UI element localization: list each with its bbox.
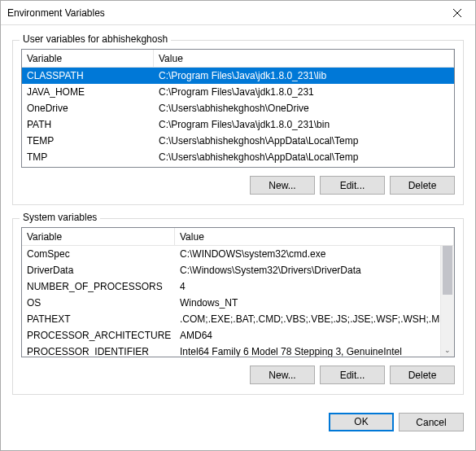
cell-variable: NUMBER_OF_PROCESSORS — [22, 281, 175, 292]
system-scrollbar[interactable]: ⌄ — [440, 246, 454, 357]
user-variables-table[interactable]: Variable Value CLASSPATH C:\Program File… — [21, 49, 455, 168]
system-table-rows: ComSpec C:\WINDOWS\system32\cmd.exe Driv… — [22, 246, 454, 357]
table-row[interactable]: ComSpec C:\WINDOWS\system32\cmd.exe — [22, 246, 440, 262]
cell-variable: JAVA_HOME — [22, 86, 154, 98]
table-row[interactable]: PATHEXT .COM;.EXE;.BAT;.CMD;.VBS;.VBE;.J… — [22, 311, 440, 327]
cell-variable: PROCESSOR_IDENTIFIER — [22, 346, 175, 357]
user-header-value[interactable]: Value — [154, 50, 454, 67]
cell-value: AMD64 — [175, 330, 440, 341]
user-header-variable[interactable]: Variable — [22, 50, 154, 67]
user-variables-group: User variables for abhishekghosh Variabl… — [12, 40, 464, 205]
user-table-header: Variable Value — [22, 50, 454, 68]
cell-value: C:\Users\abhishekghosh\AppData\Local\Tem… — [154, 151, 454, 163]
system-edit-button[interactable]: Edit... — [320, 366, 385, 384]
user-buttons-row: New... Edit... Delete — [21, 176, 455, 195]
cell-variable: ComSpec — [22, 248, 175, 260]
cell-value: C:\Program Files\Java\jdk1.8.0_231\bin — [154, 119, 454, 130]
scrollbar-thumb[interactable] — [443, 246, 452, 295]
system-variables-table[interactable]: Variable Value ComSpec C:\WINDOWS\system… — [21, 227, 455, 357]
table-row[interactable]: DriverData C:\Windows\System32\Drivers\D… — [22, 262, 440, 278]
cell-value: C:\Windows\System32\Drivers\DriverData — [175, 265, 440, 276]
table-row[interactable]: CLASSPATH C:\Program Files\Java\jdk1.8.0… — [22, 68, 454, 84]
close-button[interactable] — [439, 1, 475, 25]
table-row[interactable]: TEMP C:\Users\abhishekghosh\AppData\Loca… — [22, 133, 454, 149]
titlebar: Environment Variables — [1, 1, 475, 25]
cell-value: .COM;.EXE;.BAT;.CMD;.VBS;.VBE;.JS;.JSE;.… — [175, 313, 440, 325]
cancel-button[interactable]: Cancel — [399, 413, 464, 431]
cell-value: 4 — [175, 281, 440, 292]
table-row[interactable]: TMP C:\Users\abhishekghosh\AppData\Local… — [22, 149, 454, 165]
user-delete-button[interactable]: Delete — [390, 176, 455, 195]
scroll-down-icon[interactable]: ⌄ — [441, 343, 454, 357]
user-variables-legend: User variables for abhishekghosh — [20, 33, 171, 45]
system-variables-legend: System variables — [20, 212, 100, 223]
ok-button[interactable]: OK — [329, 413, 394, 431]
cell-variable: CLASSPATH — [22, 70, 154, 81]
cell-value: C:\Users\abhishekghosh\AppData\Local\Tem… — [154, 135, 454, 147]
table-row[interactable]: PATH C:\Program Files\Java\jdk1.8.0_231\… — [22, 116, 454, 133]
cell-value: Windows_NT — [175, 297, 440, 309]
user-table-rows: CLASSPATH C:\Program Files\Java\jdk1.8.0… — [22, 68, 454, 165]
cell-value: Intel64 Family 6 Model 78 Stepping 3, Ge… — [175, 346, 440, 357]
system-new-button[interactable]: New... — [250, 366, 315, 384]
user-edit-button[interactable]: Edit... — [320, 176, 385, 195]
user-new-button[interactable]: New... — [250, 176, 315, 195]
cell-variable: OS — [22, 297, 175, 309]
table-row[interactable]: JAVA_HOME C:\Program Files\Java\jdk1.8.0… — [22, 84, 454, 100]
system-table-header: Variable Value — [22, 228, 454, 246]
cell-value: C:\Program Files\Java\jdk1.8.0_231 — [154, 86, 454, 98]
cell-variable: OneDrive — [22, 103, 154, 114]
table-row[interactable]: NUMBER_OF_PROCESSORS 4 — [22, 278, 440, 295]
table-row[interactable]: PROCESSOR_IDENTIFIER Intel64 Family 6 Mo… — [22, 344, 440, 357]
cell-variable: PROCESSOR_ARCHITECTURE — [22, 330, 175, 341]
system-delete-button[interactable]: Delete — [390, 366, 455, 384]
table-row[interactable]: OS Windows_NT — [22, 295, 440, 311]
table-row[interactable]: PROCESSOR_ARCHITECTURE AMD64 — [22, 327, 440, 344]
cell-value: C:\WINDOWS\system32\cmd.exe — [175, 248, 440, 260]
table-row[interactable]: OneDrive C:\Users\abhishekghosh\OneDrive — [22, 100, 454, 116]
cell-variable: TMP — [22, 151, 154, 163]
cell-variable: PATH — [22, 119, 154, 130]
close-icon — [453, 9, 461, 17]
cell-value: C:\Program Files\Java\jdk1.8.0_231\lib — [154, 70, 454, 81]
window-title: Environment Variables — [7, 7, 105, 19]
system-variables-group: System variables Variable Value ComSpec … — [12, 218, 464, 395]
cell-variable: DriverData — [22, 265, 175, 276]
dialog-buttons-row: OK Cancel — [1, 405, 475, 441]
system-header-variable[interactable]: Variable — [22, 228, 175, 245]
cell-variable: PATHEXT — [22, 313, 175, 325]
system-header-value[interactable]: Value — [175, 228, 454, 245]
cell-value: C:\Users\abhishekghosh\OneDrive — [154, 103, 454, 114]
system-buttons-row: New... Edit... Delete — [21, 366, 455, 384]
cell-variable: TEMP — [22, 135, 154, 147]
dialog-content: User variables for abhishekghosh Variabl… — [1, 25, 475, 405]
